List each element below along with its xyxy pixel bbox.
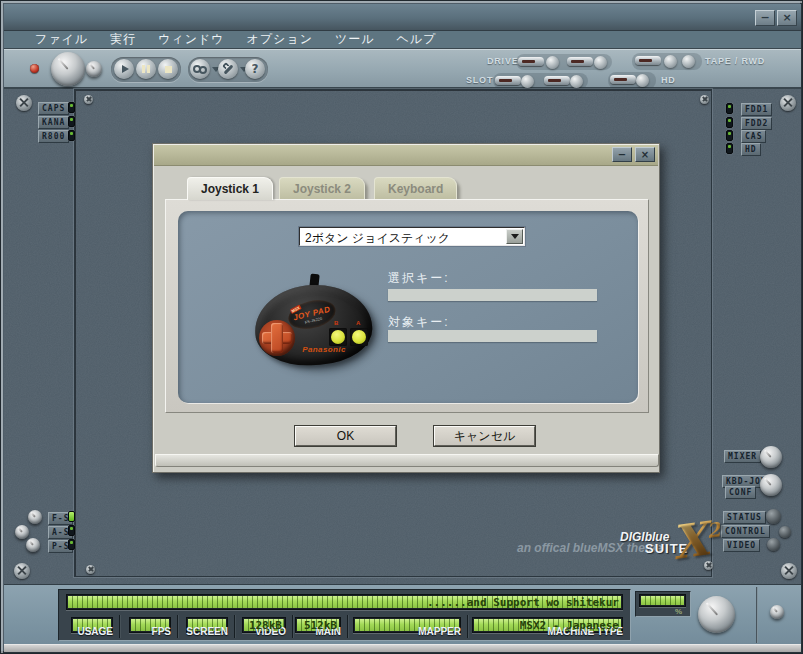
joypad-button-a-label: A	[356, 320, 360, 326]
drive1-led	[518, 57, 544, 66]
dialog-titlebar[interactable]	[154, 145, 658, 166]
hd-button[interactable]	[636, 74, 649, 87]
volume-knob[interactable]	[698, 596, 735, 633]
menu-item-run[interactable]: 実行	[99, 31, 147, 48]
screen-cell: SCREEN	[177, 615, 234, 638]
fdd1-led	[726, 103, 733, 114]
drive1-button[interactable]	[546, 56, 559, 69]
play-icon	[122, 65, 129, 73]
dialog-minimize-icon: −	[618, 149, 626, 160]
joypad-button-b-label: B	[334, 320, 338, 326]
menu-item-tools[interactable]: ツール	[324, 31, 386, 48]
dialog-minimize-button[interactable]: −	[612, 147, 632, 162]
main-meter: 512kB	[295, 617, 341, 633]
statusbar-divider	[756, 587, 758, 643]
slot2-led	[544, 76, 570, 85]
rewind-button[interactable]	[682, 55, 695, 68]
kbd-joy-conf-knob[interactable]	[760, 474, 782, 496]
usage-cell: USAGE	[62, 615, 119, 638]
bluemsx-window: − × ファイル 実行 ウィンドウ オプション ツール ヘルプ ? DRIVE	[0, 0, 803, 654]
machine-type-value: MSX2 - Japanese	[520, 618, 619, 632]
kana-led	[68, 116, 75, 127]
dropdown-button[interactable]	[506, 229, 523, 244]
slot1-button[interactable]	[521, 75, 534, 88]
meter-row: USAGE FPS SCREEN 128kB VIDEO 512kB MAIN	[62, 615, 627, 638]
select-key-field[interactable]	[388, 289, 597, 301]
scroll-meter: ......and Support wo shitekur	[66, 594, 623, 610]
stop-button[interactable]	[158, 59, 178, 79]
ok-button[interactable]: OK	[295, 426, 396, 446]
joypad-button-a	[350, 328, 368, 346]
menu-item-window[interactable]: ウィンドウ	[147, 31, 235, 48]
tab-joystick-1[interactable]: Joystick 1	[187, 177, 273, 200]
status-button[interactable]	[766, 509, 781, 524]
window-minimize-button[interactable]: −	[755, 10, 775, 26]
menu-item-file[interactable]: ファイル	[24, 31, 99, 48]
r800-led	[68, 130, 75, 141]
video-meter: 128kB	[242, 617, 286, 633]
fs-knob[interactable]	[28, 510, 42, 524]
controller-type-dropdown[interactable]: 2ボタン ジョイスティック	[299, 227, 525, 246]
meter-panel: ......and Support wo shitekur USAGE FPS …	[58, 589, 631, 641]
target-key-field[interactable]	[388, 330, 597, 342]
status-bar: ......and Support wo shitekur USAGE FPS …	[4, 584, 801, 644]
tab-keyboard[interactable]: Keyboard	[374, 177, 457, 200]
caps-led	[68, 102, 75, 113]
control-button[interactable]	[779, 526, 791, 538]
menu-item-help[interactable]: ヘルプ	[386, 31, 448, 48]
ps-knob[interactable]	[26, 538, 40, 552]
x2-logo-icon: X2	[668, 510, 725, 570]
screw-icon	[700, 95, 709, 104]
play-button[interactable]	[114, 59, 134, 79]
select-key-label: 選択キー:	[388, 270, 450, 287]
main-panel: CAPS KANA R800 FDD1 FDD2 CAS HD F-S A-S …	[4, 89, 801, 584]
dialog-close-button[interactable]: ×	[635, 147, 655, 162]
help-button[interactable]: ?	[245, 59, 265, 79]
as-knob[interactable]	[15, 525, 29, 539]
pause-button[interactable]	[136, 59, 156, 79]
mixer-knob[interactable]	[760, 446, 782, 468]
tab-content-panel: 2ボタン ジョイスティック MSX JOY PAD FS-JS220	[165, 199, 649, 413]
window-titlebar[interactable]: − ×	[4, 4, 801, 31]
drive-label: DRIVE	[487, 56, 519, 66]
config-button[interactable]	[190, 59, 210, 79]
machine-meter: MSX2 - Japanese	[472, 617, 623, 633]
mapper-label: MAPPER	[418, 626, 461, 637]
as-led	[68, 525, 75, 536]
fdd2-led	[726, 117, 733, 128]
close-icon: ×	[782, 11, 791, 24]
tools-button[interactable]	[218, 59, 238, 79]
tab-joystick-2[interactable]: Joystick 2	[279, 177, 365, 200]
slot2-button[interactable]	[570, 75, 583, 88]
drive2-button[interactable]	[594, 56, 607, 69]
cas-led	[726, 130, 733, 141]
cas-label: CAS	[741, 130, 766, 143]
tape-led	[635, 56, 661, 65]
slot-label: SLOT	[466, 75, 493, 85]
window-close-button[interactable]: ×	[777, 10, 797, 26]
menu-item-options[interactable]: オプション	[236, 31, 324, 48]
drive2-led	[567, 57, 593, 66]
power-knob[interactable]	[51, 52, 85, 86]
tape-button[interactable]	[664, 55, 677, 68]
volume-meter-holder: %	[635, 591, 691, 617]
minimize-icon: −	[760, 11, 769, 24]
joypad-button-b	[329, 328, 347, 346]
cancel-button[interactable]: キャンセル	[434, 426, 535, 446]
video-button[interactable]	[767, 538, 780, 551]
main-cell: 512kB MAIN	[292, 615, 347, 638]
caps-label: CAPS	[38, 102, 69, 115]
control-label: CONTROL	[721, 525, 770, 538]
fdd2-label: FDD2	[741, 117, 772, 130]
toolbar: ? DRIVE TAPE / RWD SLOT HD	[4, 49, 801, 89]
fps-label: FPS	[152, 626, 171, 637]
dropdown-arrow-icon	[511, 234, 519, 239]
joypad-brand-text: Panasonic	[296, 345, 352, 354]
kana-label: KANA	[38, 116, 69, 129]
video-cell: 128kB VIDEO	[234, 615, 292, 638]
mapper-cell: MAPPER	[347, 615, 467, 638]
fdd1-label: FDD1	[741, 103, 772, 116]
balance-knob[interactable]	[770, 605, 784, 619]
reset-knob[interactable]	[86, 61, 102, 77]
joystick-settings-panel: 2ボタン ジョイスティック MSX JOY PAD FS-JS220	[178, 211, 638, 403]
